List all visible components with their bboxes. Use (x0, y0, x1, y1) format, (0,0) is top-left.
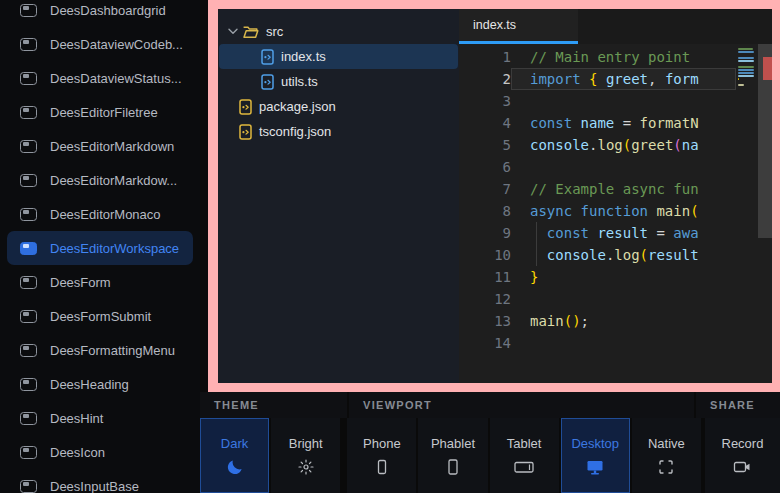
code-line[interactable]: 10 console.log(result (459, 244, 772, 266)
minimap-line (738, 72, 754, 74)
line-number: 12 (459, 288, 511, 310)
sidebar-item[interactable]: DeesEditorMarkdow... (0, 163, 200, 197)
sidebar-item[interactable]: DeesEditorWorkspace (7, 231, 193, 265)
phablet-button[interactable]: Phablet (418, 418, 487, 493)
code-line[interactable]: 1// Main entry point (459, 46, 772, 68)
toolbar-section-title-viewport: VIEWPORT (349, 392, 694, 418)
code-token: result (648, 247, 699, 263)
line-content: const name = formatN (511, 112, 736, 134)
component-sidebar: DeesDashboardgridDeesDataviewCodeb...Dee… (0, 0, 200, 493)
code-line[interactable]: 12 (459, 288, 772, 310)
preview-frame: srcindex.tsutils.tspackage.jsontsconfig.… (208, 0, 780, 392)
record-icon (732, 458, 752, 476)
sidebar-item[interactable]: DeesFormattingMenu (0, 333, 200, 367)
line-content (511, 288, 736, 310)
toolbar-divider (342, 418, 345, 493)
sidebar-item-label: DeesEditorMonaco (50, 207, 161, 222)
line-number: 2 (459, 68, 511, 90)
sidebar-item[interactable]: DeesInputBase (0, 469, 200, 493)
desktop-button[interactable]: Desktop (561, 418, 630, 493)
minimap[interactable] (738, 47, 755, 90)
line-number: 13 (459, 310, 511, 332)
button-label: Phablet (431, 436, 475, 451)
code-token: result (597, 225, 648, 241)
sidebar-item[interactable]: DeesHeading (0, 367, 200, 401)
sidebar-item[interactable]: DeesEditorMarkdown (0, 129, 200, 163)
sidebar-item[interactable]: DeesFormSubmit (0, 299, 200, 333)
code-line[interactable]: 4const name = formatN (459, 112, 772, 134)
component-icon (20, 412, 37, 425)
overview-error-marker (763, 57, 772, 80)
code-line[interactable]: 13main(); (459, 310, 772, 332)
sidebar-item-label: DeesDashboardgrid (50, 3, 166, 18)
editor-tab-label: index.ts (473, 18, 516, 32)
code-line[interactable]: 3 (459, 90, 772, 112)
line-content: console.log(greet(na (511, 134, 736, 156)
sidebar-item[interactable]: DeesForm (0, 265, 200, 299)
toolbar-section-title-share: SHARE (696, 392, 780, 418)
tree-file-tsconfig-json[interactable]: tsconfig.json (218, 119, 459, 144)
line-number: 1 (459, 46, 511, 68)
sidebar-item[interactable]: DeesHint (0, 401, 200, 435)
code-line[interactable]: 2import { greet, form (459, 68, 772, 90)
tree-file-index-ts[interactable]: index.ts (219, 44, 458, 69)
code-token: // Main entry point (530, 49, 690, 65)
component-icon (20, 72, 37, 85)
tree-folder-src[interactable]: src (218, 19, 459, 44)
section-title-text: SHARE (710, 399, 755, 411)
code-line[interactable]: 9 const result = awa (459, 222, 772, 244)
tablet-icon (513, 458, 535, 476)
editor-tab-index-ts[interactable]: index.ts (459, 9, 578, 44)
minimap-line (738, 60, 754, 62)
code-token: ( (690, 203, 698, 219)
tree-file-utils-ts[interactable]: utils.ts (218, 69, 459, 94)
component-icon (20, 208, 37, 221)
line-number: 8 (459, 200, 511, 222)
sidebar-item-label: DeesInputBase (50, 479, 139, 493)
code-line[interactable]: 14 (459, 332, 772, 354)
line-content: const result = awa (511, 222, 736, 244)
minimap-line (738, 48, 753, 50)
sidebar-item[interactable]: DeesEditorFiletree (0, 95, 200, 129)
desktop-icon (585, 458, 605, 476)
native-button[interactable]: Native (632, 418, 701, 493)
code-token: main (530, 313, 564, 329)
tree-file-package-json[interactable]: package.json (218, 94, 459, 119)
code-line[interactable]: 8async function main( (459, 200, 772, 222)
ts-file-icon (261, 74, 274, 90)
chevron-down-icon[interactable] (227, 28, 239, 35)
button-label: Record (722, 436, 764, 451)
code-token: = (614, 115, 639, 131)
editor-tab-bar: index.ts (459, 9, 772, 44)
component-icon (20, 378, 37, 391)
button-label: Desktop (571, 436, 619, 451)
code-token: greet (606, 71, 648, 87)
sidebar-item[interactable]: DeesIcon (0, 435, 200, 469)
code-area[interactable]: 1// Main entry point2import { greet, for… (459, 44, 772, 383)
dark-button[interactable]: Dark (200, 418, 269, 493)
minimap-line (738, 84, 744, 86)
code-line[interactable]: 6 (459, 156, 772, 178)
sidebar-item[interactable]: DeesDataviewCodeb... (0, 27, 200, 61)
line-content: // Example async fun (511, 178, 736, 200)
line-content: main(); (511, 310, 736, 332)
line-number: 10 (459, 244, 511, 266)
code-line[interactable]: 5console.log(greet(na (459, 134, 772, 156)
record-button[interactable]: Record (705, 418, 780, 493)
bright-button[interactable]: Bright (271, 418, 340, 493)
sidebar-item[interactable]: DeesEditorMonaco (0, 197, 200, 231)
tree-item-label: package.json (259, 99, 336, 114)
code-token: log (614, 247, 639, 263)
tablet-button[interactable]: Tablet (490, 418, 559, 493)
sidebar-item[interactable]: DeesDashboardgrid (0, 0, 200, 27)
phone-button[interactable]: Phone (347, 418, 416, 493)
code-line[interactable]: 7// Example async fun (459, 178, 772, 200)
code-token: function (581, 203, 657, 219)
line-number: 11 (459, 266, 511, 288)
line-number: 7 (459, 178, 511, 200)
sidebar-item[interactable]: DeesDataviewStatus... (0, 61, 200, 95)
code-line[interactable]: 11} (459, 266, 772, 288)
code-token: } (530, 269, 538, 285)
folder-open-icon (242, 25, 259, 39)
minimap-line (738, 66, 754, 68)
